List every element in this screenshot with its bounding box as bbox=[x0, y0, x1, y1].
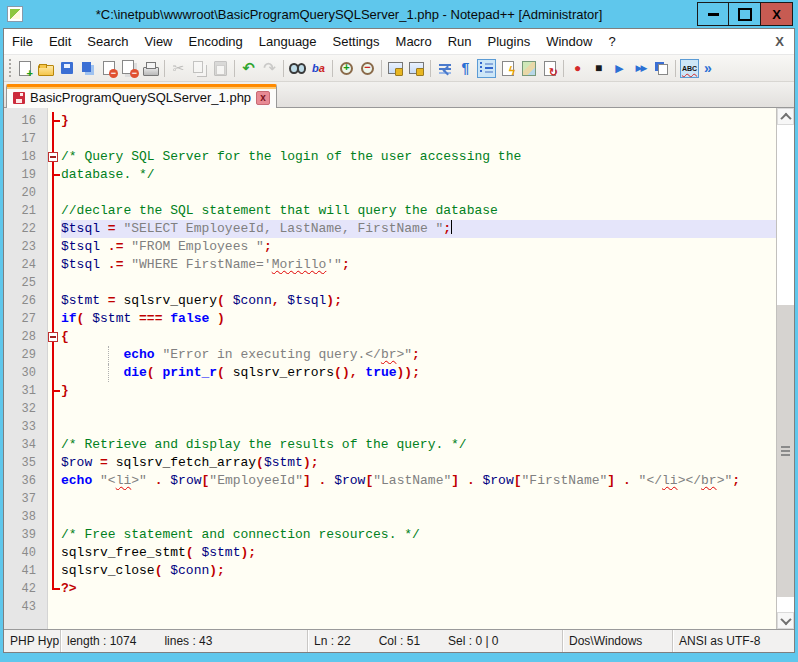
code-line[interactable]: } bbox=[61, 382, 776, 400]
document-map-button[interactable] bbox=[519, 59, 538, 78]
close-button[interactable]: X bbox=[761, 2, 793, 26]
spell-check-button[interactable] bbox=[680, 59, 699, 78]
copy-button[interactable] bbox=[190, 59, 209, 78]
status-column: Col : 51 bbox=[379, 634, 420, 648]
close-all-button[interactable] bbox=[120, 59, 139, 78]
code-line[interactable]: /* Retrieve and display the results of t… bbox=[61, 436, 776, 454]
line-number: 20 bbox=[4, 184, 47, 202]
status-line-number: Ln : 22 bbox=[314, 634, 351, 648]
find-button[interactable] bbox=[288, 59, 307, 78]
menu-view[interactable]: View bbox=[137, 30, 181, 53]
scroll-down-arrow[interactable] bbox=[777, 612, 794, 629]
code-line[interactable] bbox=[61, 490, 776, 508]
menu-settings[interactable]: Settings bbox=[325, 30, 388, 53]
maximize-button[interactable] bbox=[729, 2, 761, 26]
scrollbar-track[interactable] bbox=[777, 125, 794, 612]
code-line[interactable] bbox=[61, 508, 776, 526]
code-line[interactable]: /* Free statement and connection resourc… bbox=[61, 526, 776, 544]
menu-window[interactable]: Window bbox=[538, 30, 600, 53]
code-line[interactable]: //declare the SQL statement that will qu… bbox=[61, 202, 776, 220]
code-line[interactable] bbox=[61, 598, 776, 616]
save-macro-button[interactable] bbox=[652, 59, 671, 78]
code-line[interactable]: $tsql .= "FROM Employees "; bbox=[61, 238, 776, 256]
playback-macro-button[interactable] bbox=[610, 59, 629, 78]
tab-close-icon[interactable]: x bbox=[256, 91, 270, 105]
sync-vertical-scroll-button[interactable] bbox=[386, 59, 405, 78]
zoom-out-button[interactable] bbox=[358, 59, 377, 78]
stop-record-macro-button[interactable] bbox=[589, 59, 608, 78]
code-line[interactable]: sqlsrv_close( $conn); bbox=[61, 562, 776, 580]
toolbar-separator bbox=[381, 60, 382, 77]
word-wrap-button[interactable] bbox=[435, 59, 454, 78]
fold-margin[interactable] bbox=[47, 328, 61, 346]
new-file-button[interactable] bbox=[15, 59, 34, 78]
code-line[interactable] bbox=[61, 184, 776, 202]
menu-plugins[interactable]: Plugins bbox=[480, 30, 539, 53]
code-line[interactable]: } bbox=[61, 112, 776, 130]
code-line[interactable]: $tsql = "SELECT EmployeeId, LastName, Fi… bbox=[61, 220, 776, 238]
toolbar-gripper[interactable] bbox=[8, 59, 12, 77]
code-line[interactable]: echo "Error in executing query.</br>"; bbox=[61, 346, 776, 364]
tab-basicprogramquerysqlserver[interactable]: BasicProgramQuerySQLServer_1.php x bbox=[6, 84, 277, 108]
code-line[interactable]: /* Query SQL Server for the login of the… bbox=[61, 148, 776, 166]
replace-button[interactable] bbox=[309, 59, 328, 78]
print-button[interactable] bbox=[141, 59, 160, 78]
run-macro-multiple-button[interactable] bbox=[631, 59, 650, 78]
fold-collapse-icon[interactable] bbox=[48, 332, 58, 342]
paste-button[interactable] bbox=[211, 59, 230, 78]
editor-line-43: 43 bbox=[4, 598, 776, 616]
status-length-lines: length : 1074 lines : 43 bbox=[61, 630, 308, 652]
menu-help[interactable]: ? bbox=[600, 30, 623, 53]
code-line[interactable] bbox=[61, 130, 776, 148]
open-file-button[interactable] bbox=[36, 59, 55, 78]
document-switcher-button[interactable] bbox=[540, 59, 559, 78]
code-line[interactable] bbox=[61, 400, 776, 418]
start-record-macro-button[interactable] bbox=[568, 59, 587, 78]
code-line[interactable]: sqlsrv_free_stmt( $stmt); bbox=[61, 544, 776, 562]
close-file-button[interactable] bbox=[99, 59, 118, 78]
scroll-up-arrow[interactable] bbox=[777, 108, 794, 125]
minimize-button[interactable] bbox=[697, 2, 729, 26]
toolbar-overflow-chevron[interactable] bbox=[701, 59, 715, 78]
show-all-characters-button[interactable] bbox=[456, 59, 475, 78]
fold-collapse-icon[interactable] bbox=[48, 152, 58, 162]
code-line[interactable]: echo "<li>" . $row["EmployeeId"] . $row[… bbox=[61, 472, 776, 490]
code-line[interactable]: database. */ bbox=[61, 166, 776, 184]
editor-line-25: 25 bbox=[4, 274, 776, 292]
editor-line-39: 39/* Free statement and connection resou… bbox=[4, 526, 776, 544]
code-line[interactable]: if( $stmt === false ) bbox=[61, 310, 776, 328]
code-line[interactable]: die( print_r( sqlsrv_errors(), true)); bbox=[61, 364, 776, 382]
menu-run[interactable]: Run bbox=[440, 30, 480, 53]
scrollbar-thumb[interactable] bbox=[777, 305, 794, 597]
fold-margin[interactable] bbox=[47, 148, 61, 166]
code-line[interactable]: $tsql .= "WHERE FirstName='Morillo'"; bbox=[61, 256, 776, 274]
menu-file[interactable]: File bbox=[4, 30, 41, 53]
indent-guide-button[interactable] bbox=[477, 59, 496, 78]
code-line[interactable] bbox=[61, 418, 776, 436]
code-line[interactable]: $row = sqlsrv_fetch_array($stmt); bbox=[61, 454, 776, 472]
code-editor[interactable]: 16}1718/* Query SQL Server for the login… bbox=[4, 108, 776, 629]
fold-margin bbox=[47, 400, 61, 418]
zoom-in-button[interactable] bbox=[337, 59, 356, 78]
code-line[interactable] bbox=[61, 274, 776, 292]
code-line[interactable]: $stmt = sqlsrv_query( $conn, $tsql); bbox=[61, 292, 776, 310]
menu-macro[interactable]: Macro bbox=[388, 30, 440, 53]
save-all-button[interactable] bbox=[78, 59, 97, 78]
redo-button[interactable] bbox=[260, 59, 279, 78]
fold-margin bbox=[47, 508, 61, 526]
menu-language[interactable]: Language bbox=[251, 30, 325, 53]
code-line[interactable]: { bbox=[61, 328, 776, 346]
sync-horizontal-scroll-button[interactable] bbox=[407, 59, 426, 78]
editor-line-37: 37 bbox=[4, 490, 776, 508]
fold-margin bbox=[47, 166, 61, 184]
document-close-x-button[interactable]: X bbox=[775, 34, 784, 49]
menu-encoding[interactable]: Encoding bbox=[181, 30, 251, 53]
status-doc-type: PHP Hyp bbox=[4, 630, 61, 652]
undo-button[interactable] bbox=[239, 59, 258, 78]
function-list-button[interactable] bbox=[498, 59, 517, 78]
code-line[interactable]: ?> bbox=[61, 580, 776, 598]
cut-button[interactable] bbox=[169, 59, 188, 78]
menu-search[interactable]: Search bbox=[79, 30, 136, 53]
save-button[interactable] bbox=[57, 59, 76, 78]
menu-edit[interactable]: Edit bbox=[41, 30, 79, 53]
